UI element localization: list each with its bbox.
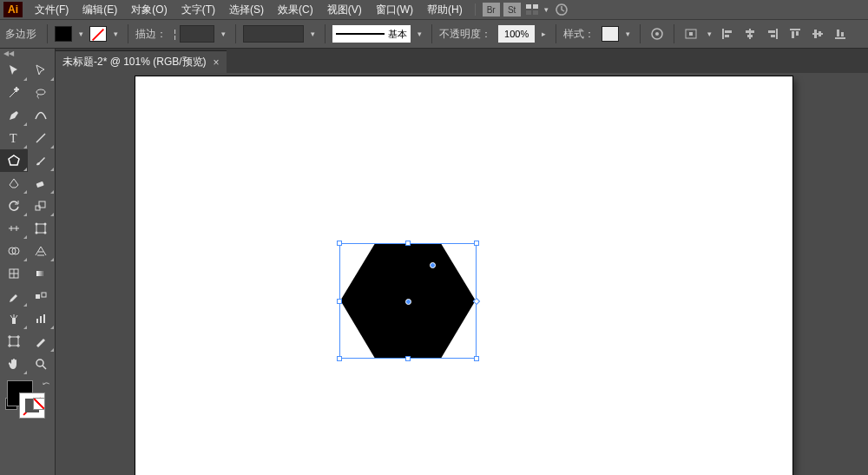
menu-select[interactable]: 选择(S)	[222, 3, 271, 17]
align-hcenter-icon[interactable]	[740, 24, 760, 43]
svg-rect-8	[722, 29, 724, 39]
curvature-tool[interactable]	[28, 104, 56, 127]
mesh-tool[interactable]	[0, 262, 28, 285]
svg-rect-46	[40, 316, 42, 323]
svg-rect-1	[533, 4, 538, 9]
scale-tool[interactable]	[28, 195, 56, 217]
eyedropper-tool[interactable]	[0, 285, 28, 307]
opacity-input[interactable]	[498, 25, 535, 43]
align-bottom-icon[interactable]	[831, 24, 850, 43]
svg-rect-48	[10, 337, 18, 346]
stroke-swatch[interactable]	[89, 26, 107, 42]
gpu-preview-icon[interactable]	[552, 2, 571, 17]
shaper-tool[interactable]	[0, 172, 28, 195]
selection-handle-bl[interactable]	[337, 356, 342, 361]
svg-point-5	[655, 32, 659, 36]
selection-handle-tr[interactable]	[474, 241, 479, 246]
paintbrush-tool[interactable]	[28, 149, 56, 172]
menu-file[interactable]: 文件(F)	[28, 3, 76, 17]
bridge-badge[interactable]: Br	[483, 3, 500, 16]
selection-handle-bm[interactable]	[405, 356, 411, 361]
toolbox-panel: ◀◀ T	[0, 49, 56, 475]
brush-dropdown-icon[interactable]: ▾	[414, 26, 424, 42]
selection-handle-tl[interactable]	[337, 241, 342, 246]
pen-tool[interactable]	[0, 104, 28, 127]
svg-rect-20	[812, 33, 823, 35]
style-dropdown-icon[interactable]: ▾	[622, 26, 633, 42]
free-transform-tool[interactable]	[28, 217, 56, 240]
stroke-dropdown-icon[interactable]: ▾	[110, 26, 121, 42]
polygon-tool[interactable]	[0, 149, 28, 172]
document-tab[interactable]: 未标题-2* @ 101% (RGB/预览) ×	[56, 50, 227, 73]
menu-help[interactable]: 帮助(H)	[420, 3, 470, 17]
menu-view[interactable]: 视图(V)	[320, 3, 369, 17]
svg-rect-25	[841, 32, 844, 36]
align-top-icon[interactable]	[786, 24, 805, 43]
toolbox: T ⤺	[0, 57, 55, 475]
brush-definition[interactable]: 基本	[332, 25, 411, 43]
menu-window[interactable]: 窗口(W)	[369, 3, 420, 17]
hand-tool[interactable]	[0, 353, 28, 375]
magic-wand-tool[interactable]	[0, 82, 28, 104]
align-to-selection-icon[interactable]	[681, 24, 700, 43]
align-to-dropdown-icon[interactable]: ▾	[704, 26, 714, 42]
selection-handle-ml[interactable]	[337, 299, 342, 304]
svg-rect-7	[689, 32, 693, 36]
svg-rect-21	[814, 30, 817, 38]
selection-handle-br[interactable]	[474, 356, 479, 361]
align-left-icon[interactable]	[718, 24, 737, 43]
swap-fill-stroke-icon[interactable]: ⤺	[43, 379, 49, 388]
menu-effect[interactable]: 效果(C)	[271, 3, 320, 17]
column-graph-tool[interactable]	[28, 307, 56, 330]
svg-rect-10	[725, 35, 729, 37]
symbol-sprayer-tool[interactable]	[0, 307, 28, 330]
color-mode-none[interactable]	[33, 398, 45, 410]
variable-width-dropdown-icon[interactable]: ▾	[307, 26, 318, 42]
arrange-dropdown-icon[interactable]: ▾	[542, 2, 552, 17]
svg-rect-42	[36, 294, 40, 299]
fill-swatch[interactable]	[55, 26, 72, 42]
lasso-tool[interactable]	[28, 82, 56, 104]
stroke-link-icon[interactable]: ¦	[174, 28, 176, 40]
svg-line-50	[43, 366, 46, 369]
perspective-grid-tool[interactable]	[28, 240, 56, 262]
line-tool[interactable]	[28, 127, 56, 149]
canvas-viewport[interactable]	[56, 73, 868, 475]
fill-dropdown-icon[interactable]: ▾	[76, 26, 86, 42]
selection-handle-tm[interactable]	[405, 241, 411, 246]
blend-tool[interactable]	[28, 285, 56, 307]
type-tool[interactable]: T	[0, 127, 28, 149]
shape-builder-tool[interactable]	[0, 240, 28, 262]
graphic-style-swatch[interactable]	[602, 26, 619, 42]
selection-bounding-box[interactable]	[339, 243, 477, 359]
close-tab-icon[interactable]: ×	[214, 56, 220, 69]
align-right-icon[interactable]	[763, 24, 782, 43]
stroke-weight-dropdown-icon[interactable]: ▾	[218, 26, 228, 42]
artboard-tool[interactable]	[0, 330, 28, 353]
direct-selection-tool[interactable]	[28, 59, 56, 82]
width-tool[interactable]	[0, 217, 28, 240]
recolor-artwork-icon[interactable]	[648, 24, 667, 43]
eraser-tool[interactable]	[28, 172, 56, 195]
live-corner-widget-icon[interactable]	[430, 262, 436, 268]
stock-badge[interactable]: St	[503, 3, 521, 16]
menu-edit[interactable]: 编辑(E)	[76, 3, 124, 17]
zoom-tool[interactable]	[28, 353, 56, 375]
svg-rect-41	[36, 271, 45, 276]
fill-stroke-control[interactable]: ⤺	[0, 375, 55, 424]
menu-object[interactable]: 对象(O)	[124, 3, 174, 17]
arrange-documents-icon[interactable]	[523, 2, 542, 17]
align-vcenter-icon[interactable]	[808, 24, 827, 43]
toolbox-handle[interactable]: ◀◀	[0, 49, 55, 57]
variable-width-profile[interactable]	[243, 25, 304, 43]
rotate-tool[interactable]	[0, 195, 28, 217]
center-anchor-icon[interactable]	[405, 299, 411, 305]
svg-marker-29	[9, 155, 19, 165]
opacity-dropdown-icon[interactable]: ▸	[538, 26, 549, 42]
stroke-weight-input[interactable]	[180, 25, 214, 43]
slice-tool[interactable]	[28, 330, 56, 353]
menu-type[interactable]: 文字(T)	[174, 3, 222, 17]
artboard[interactable]	[135, 76, 792, 475]
selection-tool[interactable]	[0, 59, 28, 82]
gradient-tool[interactable]	[28, 262, 56, 285]
